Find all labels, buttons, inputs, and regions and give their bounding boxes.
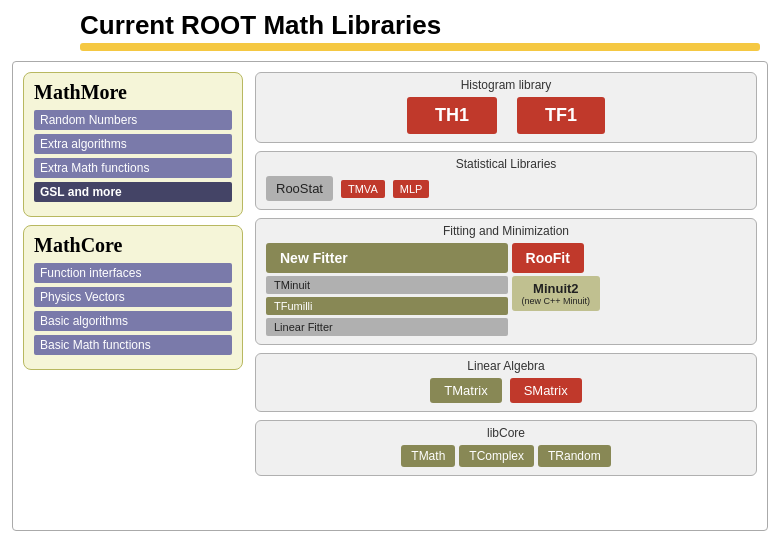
histogram-buttons: TH1 TF1: [266, 97, 746, 134]
mathmore-title: MathMore: [34, 81, 232, 104]
mathcore-basic-algo: Basic algorithms: [34, 311, 232, 331]
linalg-row: TMatrix SMatrix: [266, 378, 746, 403]
tminuit-button[interactable]: TMinuit: [266, 276, 508, 294]
minuit2-box[interactable]: Minuit2 (new C++ Minuit): [512, 276, 601, 311]
new-fitter-button[interactable]: New Fitter: [266, 243, 508, 273]
fitting-left: New Fitter TMinuit TFumilli Linear Fitte…: [266, 243, 508, 336]
mathmore-box: MathMore Random Numbers Extra algorithms…: [23, 72, 243, 217]
smatrix-button[interactable]: SMatrix: [510, 378, 582, 403]
tmath-button[interactable]: TMath: [401, 445, 455, 467]
tmatrix-button[interactable]: TMatrix: [430, 378, 501, 403]
linear-fitter-button[interactable]: Linear Fitter: [266, 318, 508, 336]
histogram-section: Histogram library TH1 TF1: [255, 72, 757, 143]
mathmore-gsl: GSL and more: [34, 182, 232, 202]
tfumili-button[interactable]: TFumilli: [266, 297, 508, 315]
mathcore-basic-math: Basic Math functions: [34, 335, 232, 355]
libcore-row: TMath TComplex TRandom: [266, 445, 746, 467]
tmva-button[interactable]: TMVA: [341, 180, 385, 198]
minuit2-sub: (new C++ Minuit): [522, 296, 591, 306]
left-column: MathMore Random Numbers Extra algorithms…: [23, 72, 243, 520]
fitting-label: Fitting and Minimization: [266, 224, 746, 238]
fitting-grid: New Fitter TMinuit TFumilli Linear Fitte…: [266, 243, 746, 336]
mlp-button[interactable]: MLP: [393, 180, 430, 198]
th1-button[interactable]: TH1: [407, 97, 497, 134]
mathmore-extra-math: Extra Math functions: [34, 158, 232, 178]
main-container: MathMore Random Numbers Extra algorithms…: [12, 61, 768, 531]
linalg-section: Linear Algebra TMatrix SMatrix: [255, 353, 757, 412]
tf1-button[interactable]: TF1: [517, 97, 605, 134]
linalg-label: Linear Algebra: [266, 359, 746, 373]
mathmore-random: Random Numbers: [34, 110, 232, 130]
trandom-button[interactable]: TRandom: [538, 445, 611, 467]
mathmore-extra-algo: Extra algorithms: [34, 134, 232, 154]
roostat-button[interactable]: RooStat: [266, 176, 333, 201]
roofit-button[interactable]: RooFit: [512, 243, 584, 273]
mathcore-box: MathCore Function interfaces Physics Vec…: [23, 225, 243, 370]
libcore-section: libCore TMath TComplex TRandom: [255, 420, 757, 476]
tcomplex-button[interactable]: TComplex: [459, 445, 534, 467]
statistical-row: RooStat TMVA MLP: [266, 176, 746, 201]
right-column: Histogram library TH1 TF1 Statistical Li…: [255, 72, 757, 520]
mathcore-title: MathCore: [34, 234, 232, 257]
libcore-label: libCore: [266, 426, 746, 440]
statistical-label: Statistical Libraries: [266, 157, 746, 171]
histogram-label: Histogram library: [266, 78, 746, 92]
mathcore-function-interfaces: Function interfaces: [34, 263, 232, 283]
fitting-right: RooFit Minuit2 (new C++ Minuit): [512, 243, 746, 311]
mathcore-physics-vectors: Physics Vectors: [34, 287, 232, 307]
fitting-section: Fitting and Minimization New Fitter TMin…: [255, 218, 757, 345]
statistical-section: Statistical Libraries RooStat TMVA MLP: [255, 151, 757, 210]
page-title: Current ROOT Math Libraries: [0, 0, 780, 55]
